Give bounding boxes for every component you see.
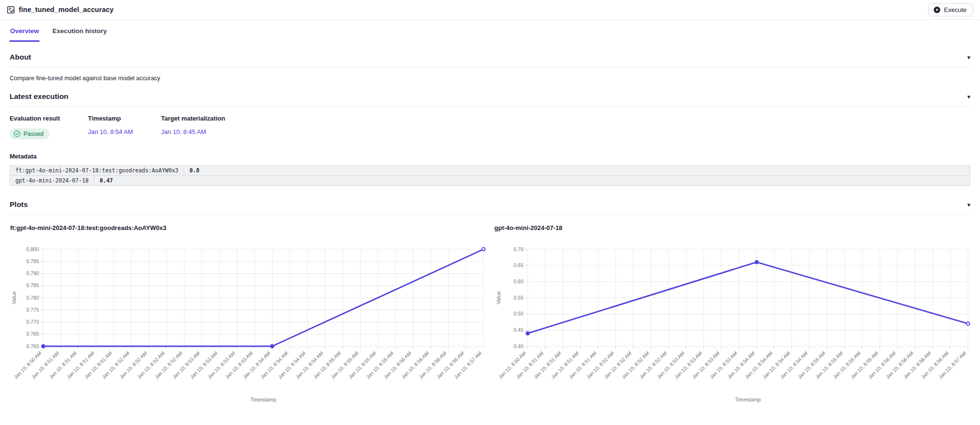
- divider: [10, 106, 970, 107]
- svg-text:Timestamp: Timestamp: [735, 397, 761, 402]
- svg-text:0.790: 0.790: [26, 270, 39, 276]
- app-header: fine_tuned_model_accuracy Execute: [0, 0, 980, 20]
- svg-text:0.50: 0.50: [513, 311, 523, 316]
- line-chart: 0.400.450.500.550.600.650.70Jan 10, 8:50…: [494, 236, 970, 405]
- line-chart: 0.7600.7650.7700.7750.7800.7850.7900.795…: [10, 236, 486, 405]
- latest-execution-section-header: Latest execution ▾: [10, 92, 970, 101]
- check-circle-icon: [13, 130, 21, 137]
- plots-heading: Plots: [10, 200, 28, 209]
- svg-text:0.65: 0.65: [513, 262, 523, 268]
- svg-text:0.785: 0.785: [26, 282, 39, 288]
- metadata-key: ft:gpt-4o-mini-2024-07-18:test:goodreads…: [10, 166, 184, 175]
- divider: [10, 67, 970, 67]
- chevron-down-icon[interactable]: ▾: [967, 54, 970, 61]
- table-row: gpt-4o-mini-2024-07-18 0.47: [10, 175, 970, 185]
- metadata-heading: Metadata: [10, 153, 970, 160]
- plots-section-header: Plots ▾: [10, 200, 970, 209]
- divider: [10, 214, 970, 215]
- play-circle-icon: [933, 6, 941, 13]
- metadata-key: gpt-4o-mini-2024-07-18: [10, 176, 94, 185]
- svg-text:0.70: 0.70: [513, 246, 523, 252]
- chevron-down-icon[interactable]: ▾: [967, 202, 970, 208]
- svg-text:0.795: 0.795: [26, 258, 39, 264]
- chevron-down-icon[interactable]: ▾: [967, 94, 970, 100]
- target-materialization-link[interactable]: Jan 10, 8:45 AM: [161, 128, 206, 135]
- svg-text:0.775: 0.775: [26, 307, 39, 313]
- svg-text:Timestamp: Timestamp: [250, 397, 276, 402]
- tab-bar: Overview Execution history: [0, 20, 980, 42]
- chart-title: gpt-4o-mini-2024-07-18: [494, 224, 971, 231]
- table-row: ft:gpt-4o-mini-2024-07-18:test:goodreads…: [10, 166, 970, 175]
- svg-text:0.780: 0.780: [26, 295, 39, 301]
- target-materialization-label: Target materialization: [161, 115, 228, 122]
- asset-check-icon: [7, 6, 15, 14]
- evaluation-result-label: Evaluation result: [10, 115, 76, 122]
- svg-text:0.765: 0.765: [26, 331, 39, 337]
- svg-text:0.60: 0.60: [513, 279, 523, 284]
- svg-text:0.800: 0.800: [26, 246, 39, 252]
- svg-text:0.55: 0.55: [513, 295, 523, 301]
- svg-text:0.45: 0.45: [513, 327, 523, 333]
- status-badge: Passed: [10, 128, 50, 139]
- execute-button[interactable]: Execute: [928, 3, 973, 16]
- svg-text:0.770: 0.770: [26, 319, 39, 325]
- chart-card-finetuned: ft:gpt-4o-mini-2024-07-18:test:goodreads…: [10, 224, 486, 405]
- latest-execution-heading: Latest execution: [10, 92, 68, 101]
- chart-card-base: gpt-4o-mini-2024-07-18 0.400.450.500.550…: [494, 224, 971, 405]
- svg-text:Value: Value: [496, 291, 501, 304]
- status-badge-label: Passed: [24, 131, 44, 137]
- timestamp-label: Timestamp: [88, 115, 149, 122]
- target-materialization-field: Target materialization Jan 10, 8:45 AM: [161, 115, 239, 139]
- about-description: Compare fine-tuned model against base mo…: [10, 75, 970, 82]
- svg-text:0.40: 0.40: [513, 343, 523, 349]
- main-content: About ▾ Compare fine-tuned model against…: [0, 53, 980, 405]
- about-section-header: About ▾: [10, 53, 970, 61]
- chart-title: ft:gpt-4o-mini-2024-07-18:test:goodreads…: [10, 224, 486, 231]
- execute-button-label: Execute: [944, 6, 967, 13]
- plots-grid: ft:gpt-4o-mini-2024-07-18:test:goodreads…: [10, 224, 970, 405]
- timestamp-link[interactable]: Jan 10, 8:54 AM: [88, 128, 133, 135]
- metadata-value: 0.47: [94, 176, 970, 185]
- metadata-value: 0.8: [184, 166, 970, 175]
- tab-overview[interactable]: Overview: [10, 26, 39, 42]
- about-heading: About: [10, 53, 31, 61]
- metadata-table: ft:gpt-4o-mini-2024-07-18:test:goodreads…: [10, 165, 970, 186]
- title-wrap: fine_tuned_model_accuracy: [7, 6, 114, 14]
- timestamp-field: Timestamp Jan 10, 8:54 AM: [88, 115, 161, 139]
- svg-text:0.760: 0.760: [26, 343, 39, 349]
- tab-execution-history[interactable]: Execution history: [52, 26, 107, 42]
- latest-execution-fields: Evaluation result Passed Timestamp Jan 1…: [10, 115, 970, 139]
- svg-text:Value: Value: [11, 291, 17, 304]
- evaluation-result-field: Evaluation result Passed: [10, 115, 88, 139]
- page-title: fine_tuned_model_accuracy: [19, 6, 114, 13]
